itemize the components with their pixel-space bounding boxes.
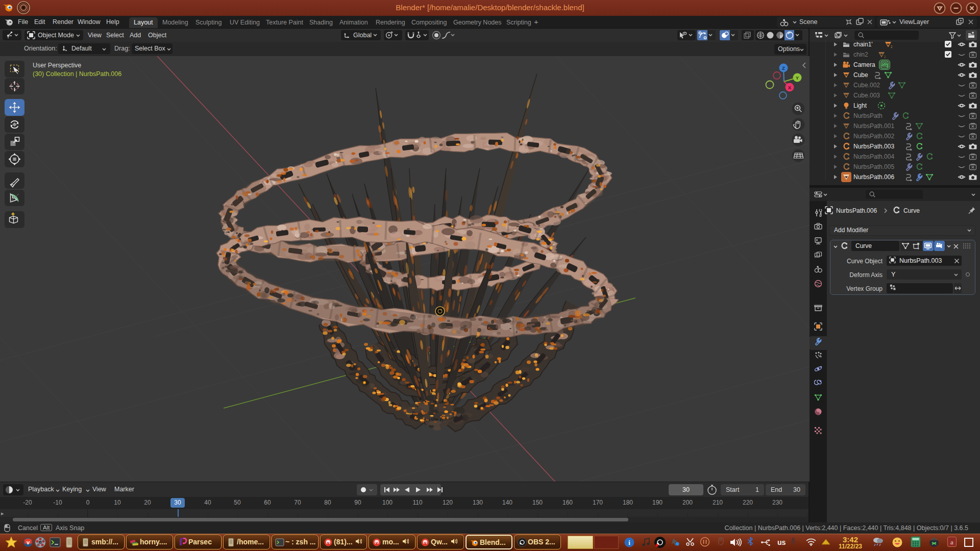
svg-text:v: v: [327, 540, 329, 545]
svg-text:a: a: [950, 538, 953, 546]
svg-text:Z: Z: [782, 65, 785, 71]
svg-text:i: i: [628, 539, 630, 546]
svg-text:v: v: [27, 539, 30, 545]
svg-text:v: v: [375, 540, 378, 545]
svg-text:Y: Y: [796, 75, 799, 81]
svg-text:v: v: [424, 540, 426, 545]
svg-text:X: X: [788, 85, 792, 90]
svg-text:2: 2: [891, 45, 892, 48]
svg-text:2: 2: [884, 55, 886, 59]
